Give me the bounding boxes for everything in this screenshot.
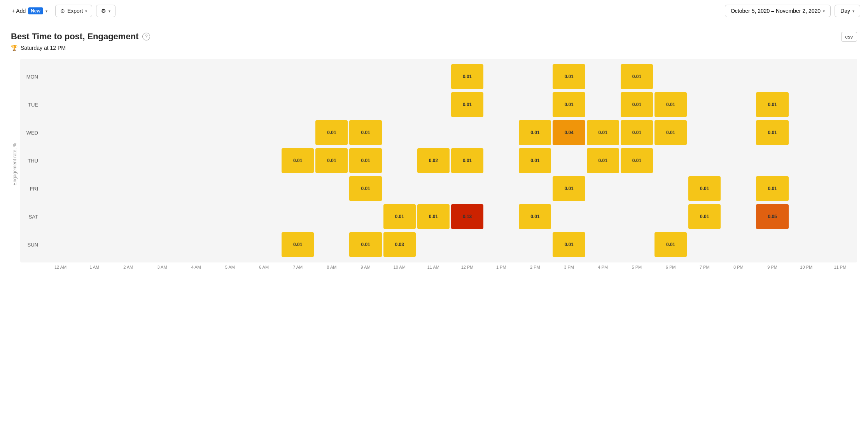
grid-cell [180,120,212,145]
grid-cell[interactable]: 0.01 [654,232,687,257]
grid-cell[interactable]: 0.13 [451,204,483,229]
heat-cell[interactable]: 0.01 [553,92,585,117]
heat-cell[interactable]: 0.01 [654,120,687,145]
heat-cell[interactable]: 0.01 [553,232,585,257]
grid-cell[interactable]: 0.01 [451,92,483,117]
grid-cell[interactable]: 0.01 [383,204,416,229]
grid-cell[interactable]: 0.05 [756,204,788,229]
grid-cell[interactable]: 0.01 [451,64,483,89]
grid-cell[interactable]: 0.04 [553,120,585,145]
help-icon[interactable]: ? [142,33,150,40]
x-axis-label: 9 AM [348,265,382,269]
heat-cell[interactable]: 0.01 [654,92,687,117]
add-chevron-icon[interactable]: ▾ [46,9,47,13]
y-axis-label: Engagement rate, % [11,59,19,269]
heat-cell[interactable]: 0.01 [756,176,788,201]
heat-cell[interactable]: 0.01 [553,64,585,89]
grid-cell[interactable]: 0.01 [553,232,585,257]
grid-cell[interactable]: 0.01 [621,120,653,145]
heat-cell[interactable]: 0.01 [349,176,382,201]
grid-cell[interactable]: 0.01 [587,148,619,173]
heat-cell[interactable]: 0.01 [519,148,551,173]
heat-cell[interactable]: 0.01 [621,92,653,117]
heat-cell[interactable]: 0.01 [315,120,348,145]
heat-cell[interactable]: 0.01 [654,232,687,257]
heat-cell[interactable]: 0.13 [451,204,483,229]
grid-cell[interactable]: 0.01 [553,64,585,89]
grid-cell [485,176,517,201]
grid-cell[interactable]: 0.02 [417,148,450,173]
grid-cell[interactable]: 0.01 [756,92,788,117]
grid-cell[interactable]: 0.01 [756,120,788,145]
heat-cell[interactable]: 0.05 [756,204,788,229]
heat-cell[interactable]: 0.01 [688,204,721,229]
row-label: SAT [20,214,44,220]
grid-cell [688,232,721,257]
heat-cell[interactable]: 0.01 [553,176,585,201]
grid-cell[interactable]: 0.01 [621,92,653,117]
grid-cell[interactable]: 0.01 [756,176,788,201]
heat-cell[interactable]: 0.01 [451,64,483,89]
heat-cell[interactable]: 0.01 [349,232,382,257]
grid-cell[interactable]: 0.01 [654,120,687,145]
grid-cell[interactable]: 0.01 [688,176,721,201]
heat-cell[interactable]: 0.04 [553,120,585,145]
heat-cell[interactable]: 0.01 [519,204,551,229]
heat-cell[interactable]: 0.02 [417,148,450,173]
grid-cell[interactable]: 0.01 [621,148,653,173]
grid-cell[interactable]: 0.01 [553,92,585,117]
heat-cell[interactable]: 0.01 [688,176,721,201]
chart-container: Engagement rate, % MON0.010.010.01TUE0.0… [11,59,857,269]
granularity-button[interactable]: Day ▾ [835,5,860,17]
add-button[interactable]: + Add New ▾ [8,5,51,17]
heat-cell[interactable]: 0.01 [621,64,653,89]
grid-cell[interactable]: 0.01 [282,232,314,257]
heat-cell[interactable]: 0.01 [282,148,314,173]
grid-cell[interactable]: 0.01 [315,120,348,145]
row-label: FRI [20,186,44,192]
grid-cell[interactable]: 0.01 [349,176,382,201]
grid-cell[interactable]: 0.01 [519,204,551,229]
heat-cell[interactable]: 0.01 [451,148,483,173]
heat-cell[interactable]: 0.01 [621,148,653,173]
grid-cell[interactable]: 0.01 [621,64,653,89]
grid-cell[interactable]: 0.01 [349,148,382,173]
heat-cell[interactable]: 0.01 [383,204,416,229]
heat-cell[interactable]: 0.01 [621,120,653,145]
heat-cell[interactable]: 0.01 [451,92,483,117]
grid-cell[interactable]: 0.01 [519,120,551,145]
grid-cell[interactable]: 0.01 [349,232,382,257]
grid-cell[interactable]: 0.01 [315,148,348,173]
grid-cell[interactable]: 0.01 [553,176,585,201]
heat-cell[interactable]: 0.01 [417,204,450,229]
heat-cell[interactable]: 0.01 [315,148,348,173]
grid-cell[interactable]: 0.01 [282,148,314,173]
export-button[interactable]: ⊙ Export ▾ [55,5,92,17]
grid-cell [451,232,483,257]
grid-cell[interactable]: 0.01 [519,148,551,173]
grid-cell[interactable]: 0.01 [349,120,382,145]
grid-cell[interactable]: 0.01 [451,148,483,173]
heat-cell[interactable]: 0.01 [587,120,619,145]
heat-cell[interactable]: 0.01 [282,232,314,257]
grid-cell[interactable]: 0.01 [688,204,721,229]
heat-cell[interactable]: 0.01 [349,120,382,145]
grid-cell[interactable]: 0.01 [654,92,687,117]
date-range-button[interactable]: October 5, 2020 – November 2, 2020 ▾ [725,5,831,17]
heat-cell[interactable]: 0.01 [349,148,382,173]
grid-cell[interactable]: 0.01 [417,204,450,229]
heat-cell[interactable]: 0.01 [756,92,788,117]
grid-cell [112,64,144,89]
heat-cell[interactable]: 0.01 [519,120,551,145]
grid-cell [44,120,77,145]
csv-button[interactable]: csv [841,32,858,42]
heat-cell[interactable]: 0.01 [587,148,619,173]
heat-cell[interactable]: 0.01 [756,120,788,145]
heat-cell[interactable]: 0.03 [383,232,416,257]
settings-button[interactable]: ⚙ ▾ [96,5,116,17]
grid-cell [756,64,788,89]
grid-cell[interactable]: 0.03 [383,232,416,257]
grid-cell[interactable]: 0.01 [587,120,619,145]
chart-row: FRI0.010.010.010.01 [20,175,857,203]
x-axis-label: 2 AM [111,265,145,269]
